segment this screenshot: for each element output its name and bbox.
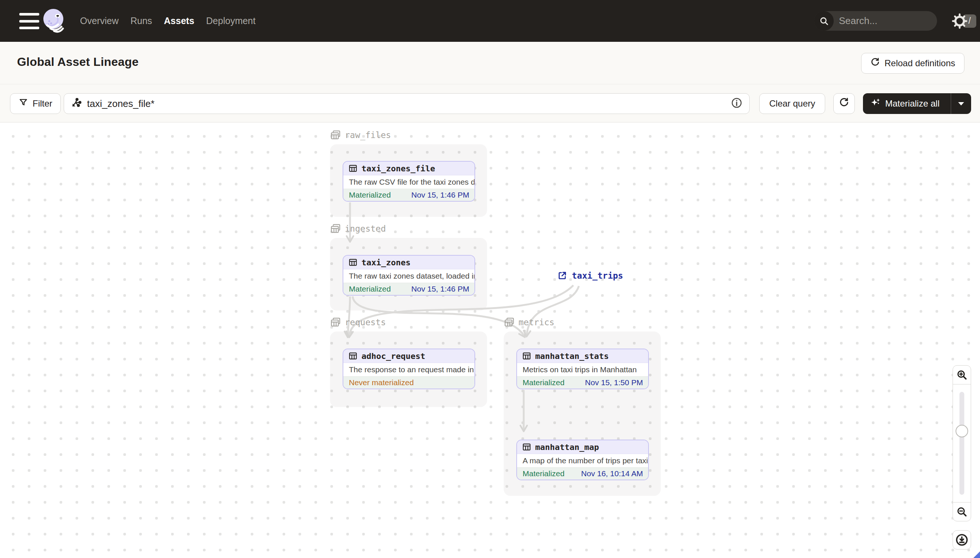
nav-item-assets[interactable]: Assets [164, 16, 194, 26]
status-badge: Materialized [522, 469, 565, 478]
filter-icon [18, 98, 28, 110]
refresh-graph-button[interactable] [833, 93, 855, 114]
asset-node-taxi-zones-file[interactable]: taxi_zones_file The raw CSV file for the… [343, 161, 475, 202]
search-icon [814, 11, 834, 31]
search-bar[interactable]: / [814, 11, 937, 31]
asset-node-manhattan-map[interactable]: manhattan_map A map of the number of tri… [516, 440, 649, 480]
gear-icon[interactable] [952, 13, 967, 29]
asset-description: The raw taxi zones dataset, loaded int..… [343, 269, 474, 283]
table-icon [348, 258, 358, 267]
lineage-edges [0, 123, 980, 558]
asset-node-taxi-zones[interactable]: taxi_zones The raw taxi zones dataset, l… [343, 255, 475, 295]
zoom-in-icon [956, 369, 968, 381]
info-icon[interactable] [731, 97, 743, 110]
asset-description: Metrics on taxi trips in Manhattan [517, 363, 648, 376]
chevron-down-icon [958, 102, 964, 105]
zoom-slider-track[interactable] [960, 392, 964, 495]
filter-button[interactable]: Filter [10, 93, 61, 114]
asset-query-box[interactable] [64, 93, 749, 114]
group-icon [330, 223, 341, 234]
asset-description: The response to an request made in th... [343, 363, 474, 376]
reload-definitions-button[interactable]: Reload definitions [861, 53, 964, 74]
zoom-in-button[interactable] [953, 366, 971, 384]
external-asset-taxi-trips[interactable]: taxi_trips [557, 271, 623, 281]
lineage-query-icon [71, 97, 82, 110]
group-label-metrics[interactable]: metrics [504, 317, 555, 328]
clear-query-button[interactable]: Clear query [759, 93, 825, 114]
group-icon [504, 317, 515, 328]
status-badge: Materialized [349, 190, 391, 199]
group-label-ingested[interactable]: ingested [330, 223, 386, 234]
materialization-timestamp: Nov 16, 10:14 AM [581, 469, 643, 478]
nav-links: Overview Runs Assets Deployment [80, 0, 255, 42]
table-icon [522, 351, 532, 361]
zoom-out-icon [956, 506, 968, 518]
corner-resize-handle [973, 551, 980, 558]
materialize-options-caret[interactable] [951, 102, 971, 105]
lineage-canvas[interactable]: raw_files ingested requests metrics taxi… [0, 123, 980, 558]
asset-query-input[interactable] [87, 98, 731, 110]
refresh-icon [839, 97, 849, 110]
page-header: Global Asset Lineage Reload definitions [0, 42, 980, 84]
nav-item-overview[interactable]: Overview [80, 16, 119, 26]
table-icon [348, 351, 358, 361]
search-input[interactable] [834, 15, 963, 27]
materialization-timestamp: Nov 15, 1:46 PM [412, 190, 469, 199]
nav-item-deployment[interactable]: Deployment [206, 16, 255, 26]
status-badge: Never materialized [349, 378, 414, 387]
top-nav: Overview Runs Assets Deployment / [0, 0, 980, 42]
group-icon [330, 130, 341, 141]
table-icon [522, 442, 532, 452]
page-title: Global Asset Lineage [17, 55, 138, 69]
dagster-logo[interactable] [41, 8, 68, 34]
download-icon [955, 533, 968, 547]
materialization-timestamp: Nov 15, 1:50 PM [585, 378, 643, 387]
hamburger-menu-icon[interactable] [19, 13, 40, 29]
status-badge: Materialized [349, 284, 391, 294]
download-image-button[interactable] [953, 530, 971, 550]
group-label-requests[interactable]: requests [330, 317, 386, 328]
group-label-raw-files[interactable]: raw_files [330, 130, 391, 141]
asset-description: The raw CSV file for the taxi zones dat.… [343, 176, 474, 189]
group-icon [330, 317, 341, 328]
sparkle-icon [870, 97, 881, 110]
lineage-toolbar: Filter Clear query [0, 84, 980, 123]
zoom-slider [953, 384, 971, 502]
zoom-controls [953, 365, 971, 521]
external-link-icon [557, 271, 567, 281]
materialize-all-button[interactable]: Materialize all [863, 93, 971, 114]
materialization-timestamp: Nov 15, 1:46 PM [412, 284, 469, 294]
zoom-slider-knob[interactable] [955, 425, 968, 437]
asset-node-adhoc-request[interactable]: adhoc_request The response to an request… [343, 349, 475, 389]
nav-item-runs[interactable]: Runs [130, 16, 152, 26]
zoom-out-button[interactable] [953, 502, 971, 521]
asset-node-manhattan-stats[interactable]: manhattan_stats Metrics on taxi trips in… [516, 349, 649, 389]
asset-description: A map of the number of trips per taxi z.… [517, 454, 648, 467]
refresh-icon [870, 57, 880, 69]
table-icon [348, 164, 358, 173]
status-badge: Materialized [522, 378, 565, 387]
